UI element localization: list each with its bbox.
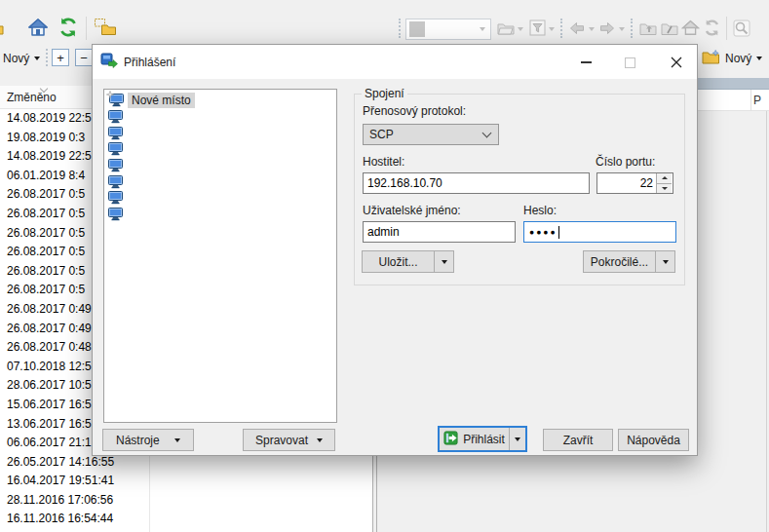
site-list-item[interactable] (104, 207, 336, 223)
close-dialog-button[interactable]: Zavřít (543, 429, 613, 451)
protocol-select[interactable]: SCP (363, 124, 499, 145)
maximize-button (614, 49, 645, 76)
open-folder-icon (497, 20, 515, 39)
spin-down-icon (662, 187, 668, 190)
filter-button (527, 19, 547, 40)
refresh-button[interactable] (56, 17, 81, 40)
chevron-down-icon (174, 438, 180, 442)
commandbar-grip (46, 49, 48, 66)
magnifier-icon (733, 19, 750, 40)
login-button[interactable]: Přihlásit (440, 428, 509, 450)
save-button[interactable]: Uložit... (363, 251, 434, 272)
forward-button (597, 19, 617, 40)
dialog-titlebar[interactable]: Přihlášení (93, 45, 697, 79)
new-folder-icon (702, 50, 720, 68)
port-up-button[interactable] (656, 173, 672, 183)
toolbar-grip (631, 19, 633, 38)
username-input[interactable] (363, 221, 516, 243)
remote-home-button (680, 19, 701, 40)
advanced-label: Pokročilé... (591, 255, 648, 269)
manage-button[interactable]: Spravovat (243, 429, 335, 451)
login-dropdown-button[interactable] (510, 428, 525, 450)
tools-button[interactable]: Nástroje (102, 429, 194, 451)
winscp-main-window: Nový + − Nový Změněno 14.08.2019 22:5 19… (0, 0, 769, 532)
site-list-item[interactable] (104, 141, 336, 158)
folders-icon (94, 18, 117, 40)
toolbar-separator (726, 17, 727, 40)
site-icon (108, 142, 123, 156)
advanced-button[interactable]: Pokročilé... (584, 251, 655, 272)
port-input[interactable]: 22 (596, 172, 673, 194)
new-menu-button[interactable]: Nový (3, 49, 40, 68)
spin-up-icon (662, 176, 668, 179)
site-list-item[interactable] (104, 173, 336, 190)
close-icon (671, 57, 682, 68)
maximize-icon (625, 57, 635, 68)
open-session-button (496, 19, 516, 40)
panel-edge-line (766, 111, 767, 532)
arrow-right-icon (598, 20, 616, 39)
save-dropdown-button[interactable] (435, 251, 453, 272)
file-row[interactable]: 28.11.2016 17:06:56 (0, 491, 373, 511)
column-gridline (149, 456, 150, 532)
remote-refresh-button (702, 19, 722, 40)
close-button[interactable] (660, 49, 693, 76)
minimize-button[interactable] (570, 49, 601, 76)
new-remote-menu-button[interactable]: Nový (702, 48, 762, 69)
file-row[interactable]: 16.04.2017 19:51:41 (0, 472, 373, 491)
site-list-item[interactable] (104, 109, 336, 126)
login-label: Přihlásit (463, 433, 505, 446)
text-caret (558, 226, 559, 239)
back-button (567, 19, 587, 40)
open-session-dropdown (518, 27, 523, 31)
site-icon (108, 127, 123, 140)
column-header-label: Změněno (7, 91, 57, 104)
remove-button[interactable]: − (75, 49, 93, 66)
site-list-item-new[interactable]: Nové místo (104, 92, 336, 109)
grayed-icon (409, 21, 425, 37)
back-dropdown (589, 27, 595, 31)
chevron-down-icon (480, 27, 485, 31)
site-icon (108, 110, 123, 124)
protocol-value: SCP (364, 128, 394, 141)
host-input[interactable] (363, 172, 590, 194)
plus-glyph: + (57, 51, 64, 65)
advanced-dropdown-button[interactable] (656, 251, 674, 272)
home-button[interactable] (25, 17, 51, 40)
site-list-item[interactable] (104, 190, 336, 207)
add-button[interactable]: + (52, 49, 69, 66)
password-dots: ●●●● (529, 227, 558, 237)
site-icon (108, 208, 123, 221)
save-split-button: Uložit... (362, 250, 454, 273)
site-list-item[interactable] (104, 126, 336, 142)
site-icon (108, 175, 123, 189)
site-list-item[interactable] (104, 158, 336, 174)
port-value: 22 (640, 176, 653, 190)
close-label: Zavřít (563, 434, 594, 447)
chevron-down-icon (442, 260, 447, 264)
refresh-gray-icon (703, 19, 721, 39)
toolbar-grip (560, 19, 562, 38)
toolbar-separator (86, 17, 87, 40)
arrow-left-icon (568, 20, 586, 39)
new-site-icon (108, 94, 125, 108)
help-button[interactable]: Nápověda (618, 429, 689, 451)
manage-label: Spravovat (255, 434, 308, 447)
parent-directory-button (637, 19, 658, 40)
new-remote-label: Nový (725, 52, 751, 65)
refresh-icon (58, 18, 79, 40)
remote-header-label: P (753, 94, 761, 107)
file-row[interactable]: 16.11.2016 16:54:44 (0, 510, 373, 529)
folder-root-icon (661, 20, 678, 39)
site-icon (108, 159, 123, 172)
login-dialog: Přihlášení (92, 44, 698, 456)
synchronize-browsing-button[interactable] (92, 17, 119, 40)
host-label: Hostitel: (363, 155, 404, 169)
password-input[interactable]: ●●●● (523, 221, 676, 243)
chevron-down-icon (482, 129, 492, 138)
home-icon (27, 18, 49, 40)
tools-label: Nástroje (116, 434, 160, 447)
port-down-button[interactable] (656, 183, 672, 194)
site-list[interactable]: Nové místo (103, 89, 337, 423)
filter-dropdown (549, 27, 555, 31)
